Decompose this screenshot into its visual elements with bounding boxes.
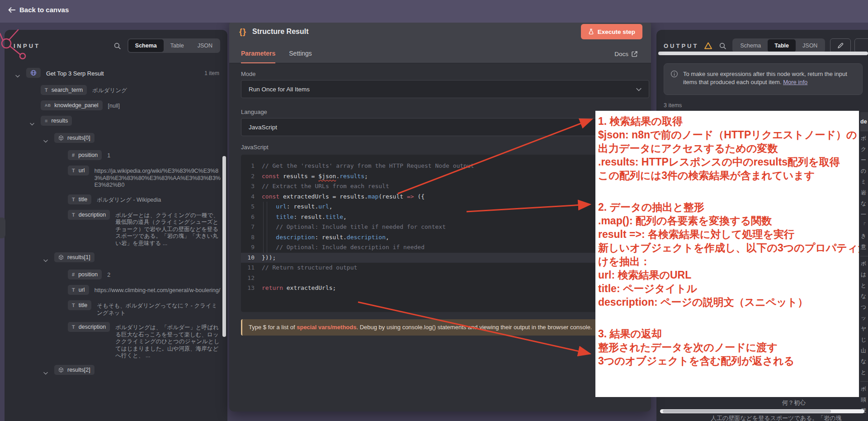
tab-schema[interactable]: Schema bbox=[128, 39, 164, 52]
schema-field-pill[interactable]: Tdescription bbox=[68, 210, 110, 220]
tab-parameters[interactable]: Parameters bbox=[241, 50, 275, 63]
language-value: JavaScript bbox=[249, 124, 277, 131]
line-number: 10 bbox=[241, 253, 262, 263]
language-select[interactable]: JavaScript bbox=[241, 118, 649, 136]
schema-field-pill[interactable]: Tdescription bbox=[68, 322, 110, 332]
edit-output-button[interactable] bbox=[830, 38, 851, 53]
schema-field-pill[interactable]: Turl bbox=[68, 166, 89, 175]
code-token: : result. bbox=[287, 203, 318, 210]
back-to-canvas-button[interactable]: Back to canvas bbox=[8, 6, 69, 14]
line-number: 5 bbox=[241, 202, 262, 212]
schema-field-pill[interactable]: #position bbox=[68, 270, 102, 279]
scrollbar-thumb[interactable] bbox=[663, 410, 831, 413]
schema-field-pill[interactable]: ≡results bbox=[41, 116, 72, 126]
tab-table[interactable]: Table bbox=[768, 39, 796, 52]
line-number: 1 bbox=[241, 161, 262, 171]
hint-text: . Debug by using console.log() statement… bbox=[356, 324, 592, 331]
code-token: (result bbox=[378, 193, 407, 200]
code-line: 7 // Optional: Include title if needed f… bbox=[241, 222, 649, 232]
schema-field-pill[interactable]: Turl bbox=[68, 285, 89, 295]
warning-icon[interactable] bbox=[704, 42, 712, 50]
line-number: 9 bbox=[241, 242, 262, 253]
tree-row: Tdescriptionボルダーとは、クライミングの一種で、最低限の道具（クライ… bbox=[5, 210, 221, 247]
code-token: map bbox=[368, 193, 378, 200]
screen: Back to canvas INPUT SchemaTableJSON Get… bbox=[0, 0, 868, 421]
schema-field-pill[interactable]: Ttitle bbox=[68, 300, 91, 310]
code-line: 4const extractedUrls = results.map(resul… bbox=[241, 192, 649, 202]
input-schema-tree: Get Top 3 Serp Result1 itemTsearch_termボ… bbox=[5, 68, 221, 421]
docs-link[interactable]: Docs bbox=[614, 51, 637, 63]
tree-row: Tdescriptionボルダリングは、「ボルダー」と呼ばれる巨大な石っころを登… bbox=[5, 322, 221, 360]
code-line-content: // Optional: Include title if needed for… bbox=[262, 222, 649, 232]
flask-icon bbox=[588, 28, 594, 35]
code-line: 5 url: result.url, bbox=[241, 202, 649, 212]
field-key: results[2] bbox=[67, 367, 90, 373]
schema-field-pill[interactable]: results[2] bbox=[54, 365, 94, 375]
tab-table[interactable]: Table bbox=[164, 39, 191, 52]
tab-schema[interactable]: Schema bbox=[733, 39, 768, 52]
code-token: extractedUrls; bbox=[283, 284, 336, 291]
code-line-content: })); bbox=[262, 253, 649, 263]
panel-collapse-handle[interactable] bbox=[0, 218, 5, 238]
clipped-toolbar-button[interactable] bbox=[854, 38, 868, 53]
output-top-scrollbar[interactable] bbox=[658, 52, 868, 55]
input-panel-header: INPUT SchemaTableJSON bbox=[5, 37, 227, 54]
field-key: results bbox=[51, 118, 68, 124]
clipped-table-row: ボ は と な つ ッ ヤ じ 山 な と bbox=[860, 256, 868, 381]
schema-field-pill[interactable] bbox=[26, 68, 41, 78]
source-node-name: Get Top 3 Serp Result bbox=[46, 68, 104, 77]
mode-select[interactable]: Run Once for All Items bbox=[241, 80, 649, 98]
output-bottom-scrollbar[interactable] bbox=[660, 409, 864, 413]
number-type-icon: # bbox=[72, 152, 75, 158]
schema-field-pill[interactable]: Ttitle bbox=[68, 194, 91, 204]
input-scrollbar[interactable] bbox=[222, 156, 226, 337]
table-cell-fragment: 何？初心 bbox=[782, 399, 806, 407]
text-type-icon: T bbox=[72, 197, 75, 202]
code-line: 3// Extract the URLs from each result bbox=[241, 181, 649, 192]
chevron-down-icon[interactable] bbox=[43, 252, 54, 264]
item-count-badge: 1 item bbox=[204, 68, 221, 76]
tab-json[interactable]: JSON bbox=[191, 39, 219, 52]
code-line-content: description: result.description, bbox=[262, 232, 649, 243]
chevron-down-icon[interactable] bbox=[43, 365, 54, 377]
tree-row: ≡results bbox=[5, 116, 221, 128]
table-row-fragment: 人工の壁面などを登るスポーツである。「岩の塊 bbox=[711, 414, 842, 421]
number-type-icon: # bbox=[72, 272, 75, 277]
schema-field-pill[interactable]: #position bbox=[68, 150, 102, 160]
input-search-icon[interactable] bbox=[113, 42, 121, 50]
code-line-content: title: result.title, bbox=[262, 212, 649, 222]
chevron-down-icon[interactable] bbox=[15, 68, 26, 80]
output-search-icon[interactable] bbox=[719, 42, 726, 50]
field-key: title bbox=[79, 196, 87, 203]
back-arrow-icon bbox=[8, 7, 15, 13]
special-vars-link[interactable]: special vars/methods bbox=[297, 324, 356, 331]
field-key: title bbox=[79, 302, 87, 308]
code-editor[interactable]: 1// Get the 'results' array from the HTT… bbox=[241, 155, 649, 312]
schema-field-pill[interactable]: results[1] bbox=[54, 252, 94, 262]
tree-row: Ttitleそもそも、ボルダリングってなに？ - クライミングネット bbox=[5, 300, 221, 317]
code-line: 10})); bbox=[241, 253, 649, 263]
callout-text: To make sure expressions after this node… bbox=[683, 70, 856, 88]
annotation-block-3: 3. 結果の返却 整形されたデータを次のノードに渡す 3つのオブジェクトを含む配… bbox=[598, 327, 859, 368]
field-key: search_term bbox=[52, 87, 83, 93]
code-line-content: // Get the 'results' array from the HTTP… bbox=[262, 161, 649, 171]
input-tab-group: SchemaTableJSON bbox=[127, 38, 220, 53]
line-number: 2 bbox=[241, 171, 262, 182]
field-key: url bbox=[79, 167, 85, 174]
input-panel-title: INPUT bbox=[14, 43, 40, 49]
code-line: 6 title: result.title, bbox=[241, 212, 649, 222]
chevron-down-icon[interactable] bbox=[43, 133, 54, 145]
tab-settings[interactable]: Settings bbox=[289, 50, 312, 63]
annotation-block-2: 2. データの抽出と整形 .map(): 配列の各要素を変換する関数 resul… bbox=[598, 200, 859, 309]
more-info-link[interactable]: More info bbox=[783, 79, 807, 85]
chevron-down-icon[interactable] bbox=[30, 116, 41, 128]
schema-field-pill[interactable]: Tsearch_term bbox=[41, 85, 87, 95]
field-key: results[1] bbox=[67, 254, 90, 260]
schema-field-pill[interactable]: results[0] bbox=[54, 133, 94, 143]
code-line: 1// Get the 'results' array from the HTT… bbox=[241, 161, 649, 171]
execute-step-button[interactable]: Execute step bbox=[581, 24, 642, 39]
schema-field-pill[interactable]: ABknowledge_panel bbox=[41, 100, 103, 110]
tab-json[interactable]: JSON bbox=[796, 39, 824, 52]
node-title[interactable]: Structure Result bbox=[252, 28, 308, 36]
field-key: position bbox=[78, 271, 98, 278]
